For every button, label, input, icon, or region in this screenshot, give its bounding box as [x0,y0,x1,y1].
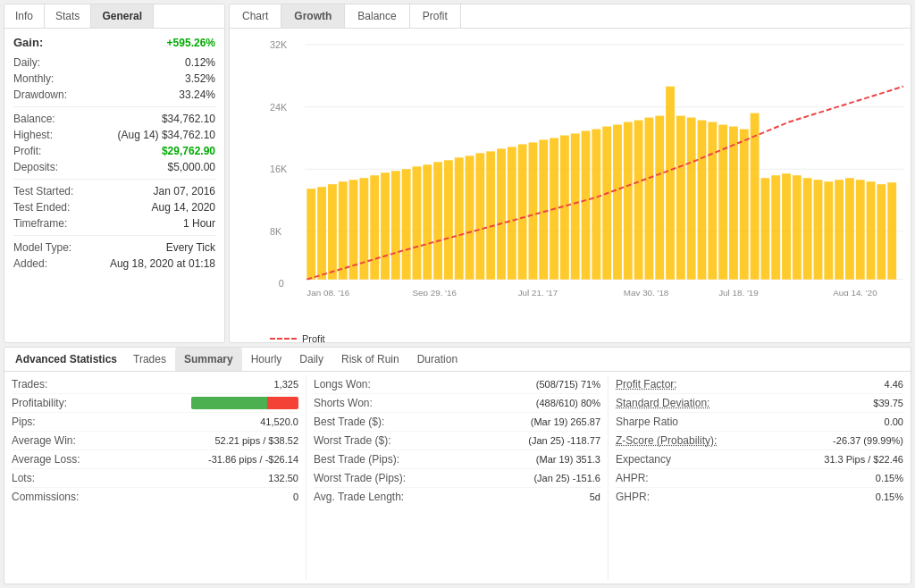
svg-rect-62 [856,180,865,279]
stats-col-3: Profit Factor: 4.46 Standard Deviation: … [609,375,911,580]
stat-deposits: Deposits: $5,000.00 [13,161,215,173]
svg-text:May 30, '18: May 30, '18 [624,288,669,296]
gain-row: Gain: +595.26% [13,36,215,49]
svg-rect-19 [402,169,411,279]
list-item: Average Loss: -31.86 pips / -$26.14 [12,450,298,469]
svg-rect-20 [413,166,422,279]
list-item: Average Win: 52.21 pips / $38.52 [12,432,298,450]
svg-text:24K: 24K [270,102,288,113]
svg-rect-45 [676,116,685,280]
svg-text:32K: 32K [270,39,288,50]
svg-rect-36 [582,130,591,279]
svg-rect-65 [887,182,896,279]
tab-profit[interactable]: Profit [410,4,461,28]
stats-grid: Trades: 1,325 Profitability: Pips: 41,52… [4,372,911,584]
profit-red-portion [267,397,298,409]
tab-balance[interactable]: Balance [345,4,409,28]
gain-value: +595.26% [167,37,215,49]
svg-rect-57 [803,178,812,279]
stat-daily: Daily: 0.12% [13,56,215,69]
stat-highest: Highest: (Aug 14) $34,762.10 [13,129,215,141]
svg-rect-40 [624,122,633,280]
svg-rect-48 [708,122,717,280]
stats-col-2: Longs Won: (508/715) 71% Shorts Won: (48… [306,375,609,580]
svg-rect-15 [359,178,368,279]
list-item: Profitability: [12,394,298,413]
profitability-bar [191,397,298,409]
svg-rect-24 [455,157,464,279]
bottom-tabs: Advanced Statistics Trades Summary Hourl… [4,348,911,372]
svg-rect-21 [423,164,432,279]
list-item: Lots: 132.50 [12,469,298,488]
chart-svg: 32K 24K 16K 8K 0 [270,38,903,296]
svg-rect-27 [486,151,495,279]
svg-rect-28 [497,148,506,279]
svg-rect-32 [539,139,548,279]
list-item: Profit Factor: 4.46 [616,375,903,394]
profit-green-portion [191,397,267,409]
section-label: Advanced Statistics [8,348,124,371]
chart-tabs: Chart Growth Balance Profit [230,4,911,29]
svg-rect-25 [466,155,474,279]
left-panel: Info Stats General Gain: +595.26% Daily:… [4,4,225,343]
svg-rect-26 [475,153,484,279]
tab-hourly[interactable]: Hourly [242,348,291,371]
svg-rect-41 [634,121,643,280]
list-item: Avg. Trade Length: 5d [314,488,600,506]
tab-general[interactable]: General [91,4,154,28]
svg-rect-30 [518,144,527,279]
chart-area: 32K 24K 16K 8K 0 [230,29,911,332]
svg-rect-22 [433,162,442,279]
svg-rect-44 [666,87,675,280]
list-item: Commissions: 0 [12,488,298,506]
svg-text:Jul 18, '19: Jul 18, '19 [718,288,759,296]
tab-risk-of-ruin[interactable]: Risk of Ruin [332,348,408,371]
panel-content: Gain: +595.26% Daily: 0.12% Monthly: 3.5… [4,29,224,281]
svg-rect-64 [877,184,886,279]
svg-rect-47 [698,121,707,280]
list-item: Expectancy 31.3 Pips / $22.46 [616,450,903,469]
svg-rect-50 [729,127,738,280]
tab-duration[interactable]: Duration [408,348,466,371]
svg-text:Aug 14, '20: Aug 14, '20 [833,288,877,296]
svg-rect-56 [793,175,802,279]
list-item: AHPR: 0.15% [616,469,903,488]
svg-rect-51 [740,129,749,279]
svg-rect-42 [644,118,653,280]
svg-rect-12 [328,184,337,279]
list-item: Best Trade (Pips): (Mar 19) 351.3 [314,450,600,469]
left-tabs: Info Stats General [4,4,224,29]
tab-summary[interactable]: Summary [175,348,242,371]
svg-rect-43 [655,116,664,280]
svg-rect-60 [835,180,844,279]
list-item: Best Trade ($): (Mar 19) 265.87 [314,413,600,432]
tab-chart[interactable]: Chart [230,4,281,28]
tab-daily[interactable]: Daily [290,348,332,371]
svg-rect-29 [508,147,516,279]
list-item: Z-Score (Probability): -26.37 (99.99%) [616,432,903,450]
svg-rect-23 [444,160,453,279]
svg-text:16K: 16K [270,164,288,174]
svg-rect-61 [845,178,854,279]
svg-rect-54 [771,175,780,279]
stat-test-started: Test Started: Jan 07, 2016 [13,185,215,197]
list-item: Standard Deviation: $39.75 [616,394,903,413]
svg-rect-53 [760,178,769,279]
tab-trades[interactable]: Trades [124,348,175,371]
stats-col-1: Trades: 1,325 Profitability: Pips: 41,52… [4,375,306,580]
stat-balance: Balance: $34,762.10 [13,113,215,125]
tab-growth[interactable]: Growth [281,4,345,28]
svg-text:Sep 29, '16: Sep 29, '16 [413,288,458,296]
svg-text:Jul 21, '17: Jul 21, '17 [518,288,558,296]
list-item: Worst Trade (Pips): (Jan 25) -151.6 [314,469,600,488]
svg-text:8K: 8K [270,226,282,237]
tab-stats[interactable]: Stats [45,4,91,28]
stat-added: Added: Aug 18, 2020 at 01:18 [13,257,215,270]
svg-rect-16 [370,175,379,279]
list-item: Shorts Won: (488/610) 80% [314,394,600,413]
stat-monthly: Monthly: 3.52% [13,72,215,85]
svg-rect-46 [687,118,696,280]
list-item: Longs Won: (508/715) 71% [314,375,600,394]
svg-rect-13 [339,181,348,279]
tab-info[interactable]: Info [4,4,45,28]
